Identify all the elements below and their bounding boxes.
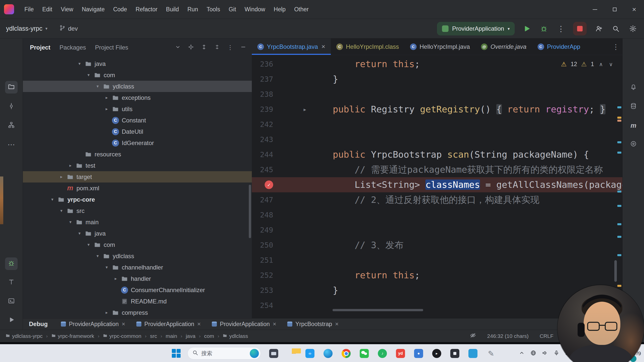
tree-expand-icon[interactable]: ▸	[102, 95, 112, 100]
select-opened-file-button[interactable]	[188, 44, 194, 51]
project-tool-button[interactable]	[5, 81, 18, 94]
taskbar-app-media[interactable]: ▸	[430, 347, 443, 360]
debug-tool-button[interactable]	[5, 257, 18, 270]
notifications-button[interactable]	[627, 81, 640, 94]
menu-item-other[interactable]: Other	[290, 0, 313, 19]
tree-expand-icon[interactable]: ▾	[84, 242, 94, 247]
tree-item-constant[interactable]: CConstant	[23, 115, 252, 126]
editor-tab-helloyrpcimpl-java[interactable]: CHelloYrpcImpl.java	[405, 38, 475, 55]
terminal-tool-button[interactable]	[5, 295, 18, 308]
more-tool-button[interactable]: ⋯	[5, 138, 18, 151]
line-number[interactable]: 237	[252, 72, 273, 87]
line-number[interactable]: 244	[252, 147, 273, 162]
structure-tool-button[interactable]	[5, 119, 18, 132]
menu-item-window[interactable]: Window	[240, 0, 269, 19]
line-number[interactable]: 249	[252, 222, 273, 238]
collapse-all-button[interactable]	[214, 44, 220, 51]
fold-toggle-icon[interactable]: ▸	[303, 102, 307, 117]
tree-item-main[interactable]: ▾main	[23, 216, 252, 228]
tree-item-consumerchannelinitializer[interactable]: CConsumerChannelInitializer	[23, 284, 252, 296]
line-number[interactable]: 250	[252, 238, 273, 253]
line-number[interactable]: 243	[252, 132, 273, 147]
tab-overflow-button[interactable]: ⋮	[612, 38, 619, 55]
taskbar-app-youdao[interactable]: yd	[394, 347, 407, 360]
taskbar-app-teal-app[interactable]	[466, 347, 479, 360]
prev-problem-button[interactable]: ∧	[598, 61, 604, 67]
project-widget[interactable]: ydlclass-yrpc ▾	[6, 25, 48, 32]
menu-item-navigate[interactable]: Navigate	[77, 0, 109, 19]
menu-item-file[interactable]: File	[20, 0, 38, 19]
tree-expand-icon[interactable]: ▾	[93, 84, 103, 89]
breadcrumb-src[interactable]: src	[150, 333, 157, 339]
tree-item-test[interactable]: ▸test	[23, 160, 252, 171]
search-everywhere-button[interactable]	[611, 24, 621, 34]
run-config-widget[interactable]: ProviderApplication ▾	[437, 22, 515, 35]
highlighting-off-icon[interactable]	[470, 332, 476, 340]
tray-chevron-icon[interactable]	[519, 350, 525, 357]
tree-item-com[interactable]: ▾com	[23, 239, 252, 250]
line-number[interactable]: 239	[252, 102, 273, 117]
line-number[interactable]: 248	[252, 207, 273, 222]
close-button[interactable]: ×	[624, 0, 644, 19]
breakpoint-icon[interactable]: ✓	[265, 180, 273, 189]
line-number[interactable]: 253	[252, 283, 273, 298]
tree-expand-icon[interactable]: ▾	[84, 72, 94, 78]
close-tab-icon[interactable]: ×	[321, 43, 325, 51]
next-problem-button[interactable]: ∨	[608, 61, 614, 67]
network-icon[interactable]	[530, 350, 536, 357]
database-button[interactable]	[627, 100, 640, 113]
editor-tab-override-java[interactable]: @Override.java	[475, 38, 532, 55]
breadcrumb-ydlclass-yrpc[interactable]: ydlclass-yrpc	[6, 333, 43, 339]
close-tab-icon[interactable]: ×	[122, 321, 125, 328]
editor-tab-providerapp[interactable]: CProviderApp	[532, 38, 586, 55]
taskbar-app-quill[interactable]: ✎	[485, 347, 498, 360]
tree-expand-icon[interactable]: ▾	[93, 253, 103, 259]
editor-horizontal-scrollbar[interactable]	[333, 309, 423, 311]
menu-item-edit[interactable]: Edit	[38, 0, 57, 19]
debug-button[interactable]	[539, 24, 549, 34]
breadcrumb-com[interactable]: com	[204, 333, 214, 339]
tree-item-utils[interactable]: ▸utils	[23, 103, 252, 115]
menu-item-refactor[interactable]: Refactor	[131, 0, 162, 19]
microphone-icon[interactable]	[553, 350, 559, 357]
breadcrumb-yrpc-common[interactable]: yrpc-common	[103, 333, 141, 339]
editor-vertical-scrollbar[interactable]	[614, 260, 617, 282]
line-ending[interactable]: CRLF	[540, 333, 553, 339]
tree-expand-icon[interactable]: ▾	[56, 208, 66, 213]
line-number[interactable]: 252	[252, 268, 273, 283]
taskbar-app-wechat[interactable]	[358, 347, 371, 360]
tree-item-resources[interactable]: resources	[23, 149, 252, 160]
close-tab-icon[interactable]: ×	[335, 321, 339, 328]
line-number[interactable]: 245	[252, 162, 273, 177]
view-options-button[interactable]	[175, 44, 181, 51]
tree-item-yrpc-core[interactable]: ▾yrpc-core	[23, 194, 252, 205]
line-number[interactable]: 251	[252, 253, 273, 268]
tree-item-target[interactable]: ▸target	[23, 171, 252, 183]
tree-item-ydlclass[interactable]: ▾ydlclass	[23, 81, 252, 92]
code-with-me-button[interactable]	[594, 24, 604, 34]
tree-item-channelhandler[interactable]: ▾channelhandler	[23, 262, 252, 273]
editor-tab-yrpcbootstrap-java[interactable]: CYrpcBootstrap.java×	[252, 38, 331, 55]
tree-item-dateutil[interactable]: CDateUtil	[23, 126, 252, 137]
taskbar-app-explorer[interactable]	[285, 347, 298, 360]
code-area[interactable]: 236 return this;237 }238239▸ public Regi…	[252, 57, 622, 313]
tree-expand-icon[interactable]: ▾	[74, 61, 85, 66]
tree-item-src[interactable]: ▾src	[23, 205, 252, 216]
caret-position[interactable]: 246:32 (10 chars)	[487, 333, 529, 339]
menu-item-run[interactable]: Run	[183, 0, 202, 19]
menu-item-tools[interactable]: Tools	[202, 0, 224, 19]
close-tab-icon[interactable]: ×	[273, 321, 276, 328]
tree-item-com[interactable]: ▾com	[23, 69, 252, 81]
inspections-widget[interactable]: ⚠ 12 ⚠ 1 ∧ ∨	[561, 61, 614, 68]
menu-item-help[interactable]: Help	[269, 0, 290, 19]
tree-item-java[interactable]: ▾java	[23, 58, 252, 69]
tree-item-pom-xml[interactable]: mpom.xml	[23, 183, 252, 194]
run-button[interactable]	[522, 24, 532, 34]
tab-packages[interactable]: Packages	[59, 44, 86, 51]
tree-item-handler[interactable]: ▸handler	[23, 273, 252, 284]
debug-tab-providerapplication[interactable]: ProviderApplication×	[131, 319, 206, 330]
run-tool-button[interactable]	[5, 314, 18, 327]
tree-expand-icon[interactable]: ▸	[56, 174, 66, 179]
close-tab-icon[interactable]: ×	[197, 321, 201, 328]
line-number[interactable]: 254	[252, 298, 273, 313]
